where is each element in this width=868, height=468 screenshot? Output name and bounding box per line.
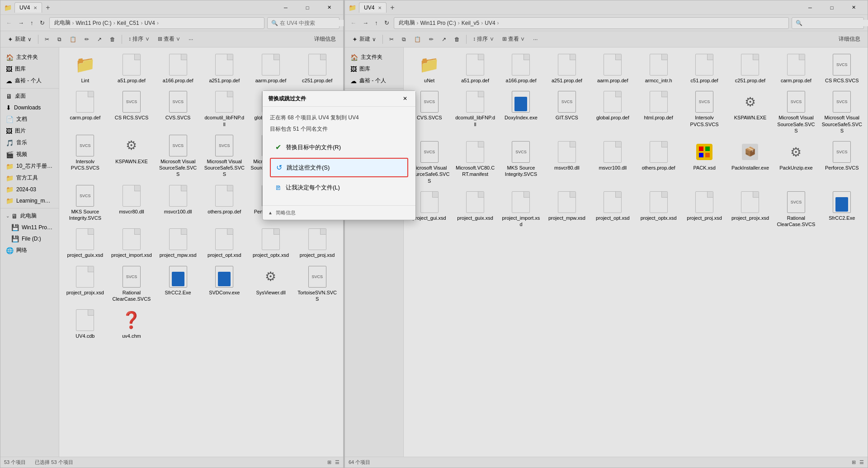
dialog-close-btn[interactable]: ✕ [400,95,410,103]
dialog-body: 正在将 68 个项目从 UV4 复制到 UV4 目标包含 51 个同名文件 ✔ … [263,107,415,205]
dialog-title-bar: 替换或跳过文件 ✕ [263,91,415,107]
decide-icon: 🖹 [275,184,281,191]
replace-skip-dialog: 替换或跳过文件 ✕ 正在将 68 个项目从 UV4 复制到 UV4 目标包含 5… [262,90,416,220]
checkmark-icon: ✔ [275,143,281,151]
dialog-option-skip-label: 跳过这些文件(S) [287,164,330,172]
dialog-info-line1: 正在将 68 个项目从 UV4 复制到 UV4 [270,114,408,122]
dialog-option-skip[interactable]: ↺ 跳过这些文件(S) [270,158,408,177]
dialog-info-line2: 目标包含 51 个同名文件 [270,125,408,133]
dialog-footer[interactable]: ▲ 简略信息 [263,205,415,220]
dialog-option-replace[interactable]: ✔ 替换目标中的文件(R) [270,138,408,156]
chevron-icon: ▲ [268,210,273,215]
dialog-footer-label: 简略信息 [276,210,296,215]
dialog-option-replace-label: 替换目标中的文件(R) [286,143,341,151]
dialog-option-decide[interactable]: 🖹 让我决定每个文件(L) [270,179,408,196]
dialog-overlay: 替换或跳过文件 ✕ 正在将 68 个项目从 UV4 复制到 UV4 目标包含 5… [0,0,868,468]
dialog-title: 替换或跳过文件 [268,95,306,103]
dialog-option-decide-label: 让我决定每个文件(L) [286,184,340,192]
skip-icon: ↺ [276,163,282,172]
